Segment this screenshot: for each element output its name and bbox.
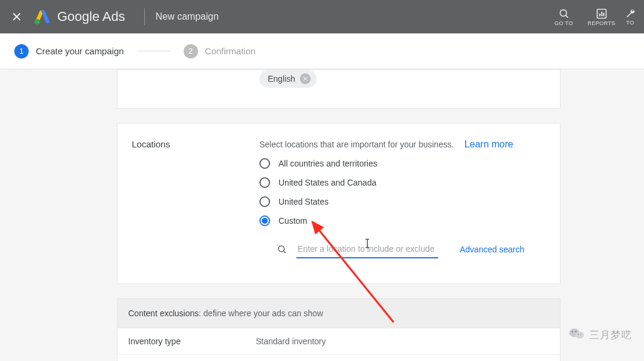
excluded-content-row[interactable]: Excluded content Show on all (117, 355, 560, 361)
radio-icon (259, 158, 270, 169)
svg-point-5 (560, 10, 566, 16)
svg-marker-3 (41, 11, 50, 23)
watermark: 三月梦呓 (569, 327, 632, 343)
tools-menu-label: TO (626, 20, 634, 26)
inventory-type-value: Standard inventory (256, 337, 326, 346)
svg-line-14 (284, 251, 286, 253)
step-create[interactable]: 1 Create your campaign (14, 44, 124, 58)
radio-label: United States and Canada (278, 178, 376, 187)
step-2-label: Confirmation (205, 46, 256, 56)
language-chip[interactable]: English (259, 70, 317, 88)
advanced-search-link[interactable]: Advanced search (460, 245, 524, 254)
radio-icon (259, 215, 270, 226)
step-connector (137, 51, 171, 51)
svg-rect-10 (603, 13, 604, 16)
svg-point-22 (572, 331, 573, 332)
step-1-badge: 1 (14, 44, 29, 58)
locations-section-label: Locations (132, 139, 259, 258)
step-1-label: Create your campaign (36, 46, 124, 56)
search-icon (276, 243, 288, 255)
learn-more-link[interactable]: Learn more (465, 139, 513, 149)
tools-menu-cut[interactable]: TO (626, 8, 634, 26)
locations-description: Select locations that are important for … (259, 139, 546, 150)
svg-point-13 (278, 246, 284, 252)
remove-icon[interactable] (300, 73, 311, 84)
content-exclusions-header[interactable]: Content exclusions: define where your ad… (117, 299, 560, 328)
svg-point-21 (575, 332, 584, 339)
radio-label: United States (278, 197, 329, 206)
location-search-input[interactable] (296, 240, 438, 258)
svg-point-4 (35, 19, 40, 24)
close-icon[interactable] (10, 10, 24, 24)
steps-bar: 1 Create your campaign 2 Confirmation (0, 33, 644, 69)
language-chip-label: English (268, 74, 295, 84)
languages-card: English (117, 69, 561, 109)
radio-icon (259, 196, 270, 207)
reports-menu-label: REPORTS (587, 20, 615, 26)
content-exclusions-subtitle: : define where your ads can show (199, 308, 323, 318)
watermark-text: 三月梦呓 (589, 328, 632, 342)
svg-point-23 (575, 331, 577, 332)
search-icon (558, 7, 571, 20)
wechat-icon (569, 327, 584, 343)
location-search-row: Advanced search (276, 240, 546, 258)
content-exclusions-card: Content exclusions: define where your ad… (117, 298, 561, 361)
app-logo: Google Ads (35, 9, 125, 24)
svg-point-24 (578, 334, 579, 335)
radio-us-canada[interactable]: United States and Canada (259, 177, 546, 188)
radio-custom[interactable]: Custom (259, 215, 546, 226)
radio-icon (259, 177, 270, 188)
svg-rect-9 (601, 12, 602, 17)
svg-point-25 (580, 334, 581, 335)
wrench-icon (624, 8, 637, 20)
reports-icon (595, 7, 608, 20)
page-title: New campaign (156, 11, 219, 22)
step-confirmation[interactable]: 2 Confirmation (184, 44, 256, 58)
svg-line-6 (565, 16, 568, 18)
inventory-type-row[interactable]: Inventory type Standard inventory (117, 328, 560, 355)
step-2-badge: 2 (184, 44, 198, 58)
radio-label: All countries and territories (278, 159, 377, 168)
radio-label: Custom (278, 216, 307, 226)
header-divider (144, 8, 145, 25)
radio-us[interactable]: United States (259, 196, 546, 207)
app-header: Google Ads New campaign GO TO REPORTS TO (0, 0, 644, 33)
search-menu-label: GO TO (555, 20, 573, 26)
content-exclusions-title: Content exclusions (128, 308, 199, 318)
search-menu[interactable]: GO TO (555, 7, 573, 26)
radio-all-countries[interactable]: All countries and territories (259, 158, 546, 169)
app-brand: Google Ads (57, 9, 125, 24)
svg-rect-8 (599, 14, 600, 16)
inventory-type-label: Inventory type (128, 337, 256, 346)
locations-card: Locations Select locations that are impo… (117, 123, 561, 284)
reports-menu[interactable]: REPORTS (587, 7, 615, 26)
